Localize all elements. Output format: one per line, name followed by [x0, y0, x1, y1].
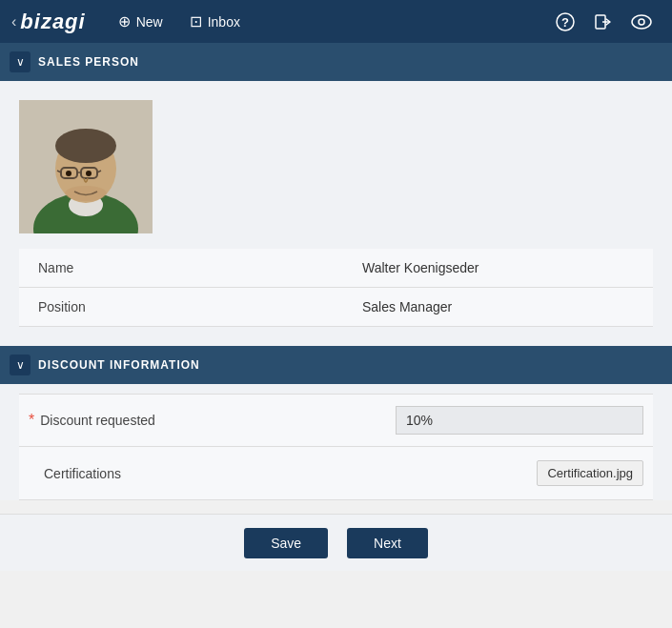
person-photo — [19, 100, 153, 233]
inbox-button[interactable]: ⊡ Inbox — [176, 0, 254, 43]
svg-point-18 — [65, 186, 107, 201]
next-button[interactable]: Next — [347, 528, 428, 558]
svg-point-17 — [86, 171, 92, 176]
position-value: Sales Manager — [362, 299, 452, 314]
svg-point-10 — [55, 129, 116, 163]
app-logo: bizagi — [20, 10, 85, 34]
discount-toggle-icon: ∨ — [16, 358, 25, 372]
svg-text:?: ? — [561, 15, 569, 30]
required-star: * — [29, 412, 34, 429]
name-field-row: Name Walter Koenigseder — [19, 249, 653, 288]
inbox-icon: ⊡ — [190, 12, 202, 30]
new-button[interactable]: ⊕ New — [105, 0, 176, 43]
name-value: Walter Koenigseder — [362, 260, 479, 275]
discount-field-row: * Discount requested — [19, 394, 653, 447]
discount-section-header: ∨ DISCOUNT INFORMATION — [0, 346, 672, 384]
position-label: Position — [29, 299, 362, 314]
certification-file-button[interactable]: Certification.jpg — [537, 460, 643, 486]
discount-section-title: DISCOUNT INFORMATION — [38, 358, 200, 372]
inbox-label: Inbox — [208, 14, 240, 30]
main-content: ∨ SALES PERSON — [0, 43, 672, 571]
logout-button[interactable] — [584, 0, 622, 43]
name-label: Name — [29, 260, 362, 275]
back-chevron-icon: ‹ — [11, 13, 16, 30]
svg-point-4 — [632, 15, 651, 29]
person-photo-svg — [19, 100, 153, 233]
new-label: New — [136, 14, 163, 30]
next-label: Next — [374, 536, 401, 551]
position-field-row: Position Sales Manager — [19, 288, 653, 327]
discount-content: * Discount requested Certifications Cert… — [0, 384, 672, 500]
top-navbar: ‹ bizagi ⊕ New ⊡ Inbox ? — [0, 0, 672, 571]
new-icon: ⊕ — [118, 12, 131, 30]
save-button[interactable]: Save — [244, 528, 328, 558]
nav-right-icons: ? — [546, 0, 661, 43]
sales-section-header: ∨ SALES PERSON — [0, 43, 672, 81]
discount-input[interactable] — [396, 406, 643, 435]
discount-requested-label: Discount requested — [40, 413, 396, 428]
sales-section-toggle[interactable]: ∨ — [10, 51, 31, 72]
certifications-row: Certifications Certification.jpg — [19, 447, 653, 500]
save-label: Save — [271, 536, 301, 551]
bottom-action-bar: Save Next — [0, 514, 672, 571]
certifications-label: Certifications — [29, 466, 537, 481]
sales-person-content: Name Walter Koenigseder Position Sales M… — [0, 81, 672, 346]
visibility-button[interactable] — [622, 0, 661, 43]
help-button[interactable]: ? — [546, 0, 584, 43]
navbar: ‹ bizagi ⊕ New ⊡ Inbox ? — [0, 0, 672, 43]
cert-file-name: Certification.jpg — [547, 466, 633, 480]
discount-section-toggle[interactable]: ∨ — [10, 355, 31, 375]
logo-button[interactable]: ‹ bizagi — [11, 10, 86, 34]
sales-section-title: SALES PERSON — [38, 55, 139, 69]
photo-wrapper — [19, 100, 653, 233]
svg-point-5 — [639, 19, 644, 25]
svg-point-16 — [66, 171, 71, 176]
toggle-icon: ∨ — [16, 55, 25, 69]
